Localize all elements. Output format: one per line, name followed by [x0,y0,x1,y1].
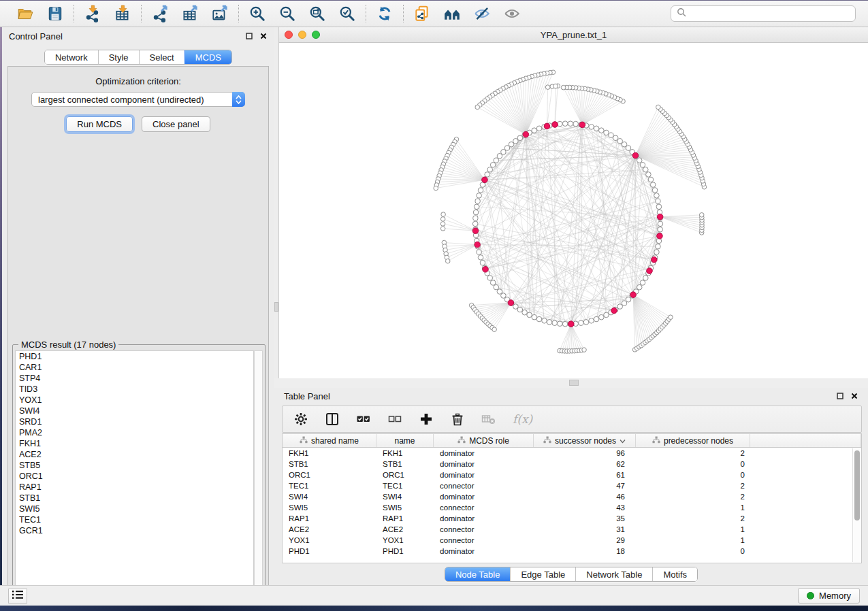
result-list-item[interactable]: ACE2 [16,449,253,460]
horizontal-splitter-grip[interactable] [569,380,579,386]
table-row[interactable]: SWI5SWI5connector431 [283,502,861,513]
network-canvas[interactable] [279,43,868,378]
cell-predecessor-nodes[interactable]: 0 [636,469,750,480]
column-header-successor-nodes[interactable]: successor nodes [534,434,636,447]
tab-edge-table[interactable]: Edge Table [510,567,575,581]
cell-shared-name[interactable]: FKH1 [283,448,376,459]
search-field[interactable] [671,5,856,22]
cell-successor-nodes[interactable]: 35 [534,513,636,524]
float-table-panel-icon[interactable] [836,392,844,400]
tab-network[interactable]: Network [45,50,98,64]
list-view-button[interactable] [8,589,27,604]
cell-name[interactable]: SWI5 [376,502,434,513]
cell-MCDS-role[interactable]: dominator [434,459,534,469]
cell-MCDS-role[interactable]: dominator [434,546,534,557]
cell-name[interactable]: PHD1 [376,546,434,557]
table-scrollbar[interactable] [852,448,861,562]
result-list-item[interactable]: RAP1 [16,482,253,493]
cell-successor-nodes[interactable]: 46 [534,491,636,502]
table-row[interactable]: FKH1FKH1dominator962 [283,448,861,459]
cell-MCDS-role[interactable]: dominator [434,513,534,524]
cell-shared-name[interactable]: RAP1 [283,513,376,524]
result-list-item[interactable]: GCR1 [16,525,253,536]
result-list-item[interactable]: ORC1 [16,471,253,482]
table-row[interactable]: YOX1YOX1connector291 [283,535,861,546]
select-all-icon[interactable] [356,412,371,427]
cell-name[interactable]: TEC1 [376,480,434,491]
cell-successor-nodes[interactable]: 31 [534,524,636,535]
table-row[interactable]: RAP1RAP1dominator352 [283,513,861,524]
cell-name[interactable]: STB1 [376,459,434,469]
cell-predecessor-nodes[interactable]: 0 [636,459,750,469]
cell-predecessor-nodes[interactable]: 2 [636,513,750,524]
zoom-out-icon[interactable] [277,3,298,24]
memory-button[interactable]: Memory [798,588,860,604]
settings-icon[interactable] [293,412,308,427]
add-row-icon[interactable] [419,412,434,427]
result-list-item[interactable]: YOX1 [16,395,253,406]
cell-name[interactable]: FKH1 [376,448,434,459]
zoom-fit-icon[interactable] [307,3,327,24]
result-scrollbar[interactable] [254,350,263,595]
network-graph[interactable] [279,43,868,378]
cell-MCDS-role[interactable]: dominator [434,491,534,502]
cell-successor-nodes[interactable]: 96 [534,448,636,459]
columns-icon[interactable] [325,412,340,427]
save-session-icon[interactable] [45,3,65,24]
cell-MCDS-role[interactable]: dominator [434,469,534,480]
column-header-name[interactable]: name [376,434,434,447]
tab-select[interactable]: Select [139,50,184,64]
table-row[interactable]: ACE2ACE2connector311 [283,524,861,535]
zoom-in-icon[interactable] [247,3,268,24]
close-panel-icon[interactable] [259,32,268,40]
cell-shared-name[interactable]: SWI4 [283,491,376,502]
result-list-item[interactable]: TID3 [16,384,253,395]
table-row[interactable]: PHD1PHD1dominator180 [283,546,861,557]
column-header-predecessor-nodes[interactable]: predecessor nodes [636,434,750,447]
table-row[interactable]: TEC1TEC1connector472 [283,480,861,491]
new-network-from-selection-icon[interactable] [412,3,432,24]
table-scrollbar-thumb[interactable] [854,450,860,521]
show-all-icon[interactable] [502,3,522,24]
cell-successor-nodes[interactable]: 43 [534,502,636,513]
cell-predecessor-nodes[interactable]: 1 [636,524,750,535]
close-panel-button[interactable]: Close panel [142,116,210,132]
result-list-item[interactable]: SWI4 [16,406,253,416]
table-row[interactable]: ORC1ORC1dominator610 [283,469,861,480]
mcds-result-list[interactable]: PHD1CAR1STP4TID3YOX1SWI4SRD1PMA2FKH1ACE2… [15,350,254,595]
table-row[interactable]: STB1STB1dominator620 [283,459,861,469]
cell-predecessor-nodes[interactable]: 2 [636,448,750,459]
cell-predecessor-nodes[interactable]: 2 [636,491,750,502]
cell-name[interactable]: SWI4 [376,491,434,502]
cell-successor-nodes[interactable]: 61 [534,469,636,480]
horizontal-splitter[interactable] [274,378,868,388]
export-network-icon[interactable] [150,3,170,24]
import-network-icon[interactable] [82,3,103,24]
cell-MCDS-role[interactable]: connector [434,535,534,546]
run-mcds-button[interactable]: Run MCDS [66,116,133,132]
cell-name[interactable]: YOX1 [376,535,434,546]
result-list-item[interactable]: PHD1 [16,351,253,362]
export-image-icon[interactable] [210,3,230,24]
cell-name[interactable]: ACE2 [376,524,434,535]
result-list-item[interactable]: STB5 [16,460,253,471]
search-input[interactable] [690,9,850,18]
result-list-item[interactable]: STP4 [16,373,253,384]
tab-style[interactable]: Style [98,50,139,64]
result-list-item[interactable]: TEC1 [16,514,253,525]
cell-predecessor-nodes[interactable]: 1 [636,535,750,546]
result-list-item[interactable]: STB1 [16,493,253,503]
import-table-icon[interactable] [112,3,133,24]
export-table-icon[interactable] [180,3,200,24]
cell-shared-name[interactable]: TEC1 [283,480,376,491]
cell-MCDS-role[interactable]: connector [434,502,534,513]
cell-successor-nodes[interactable]: 29 [534,535,636,546]
float-panel-icon[interactable] [245,32,253,40]
open-session-icon[interactable] [15,3,35,24]
cell-successor-nodes[interactable]: 62 [534,459,636,469]
deselect-all-icon[interactable] [387,412,402,427]
cell-predecessor-nodes[interactable]: 2 [636,480,750,491]
cell-shared-name[interactable]: PHD1 [283,546,376,557]
criterion-dropdown[interactable]: largest connected component (undirected) [31,92,245,107]
result-list-item[interactable]: CAR1 [16,362,253,373]
